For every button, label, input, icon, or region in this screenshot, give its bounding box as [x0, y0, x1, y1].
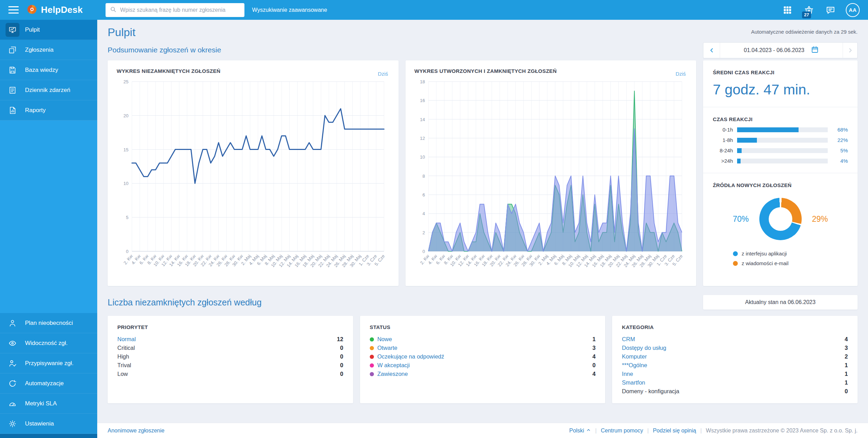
sources-legend: z interfejsu aplikacjiz wiadomości e-mai… — [733, 251, 848, 266]
page-title: Pulpit — [108, 26, 221, 39]
sidebar-item-dziennik-zdarzen[interactable]: Dziennik zdarzeń — [0, 80, 97, 100]
today-annotation: Dziś — [676, 71, 686, 77]
avg-reaction-title: ŚREDNI CZAS REAKCJI — [713, 69, 848, 75]
stat-value: 4 — [845, 336, 848, 343]
stat-row: ***Ogólne1 — [622, 361, 848, 370]
reaction-bar-track — [737, 159, 828, 163]
sidebar-item-przypisywanie-zgl[interactable]: Przypisywanie zgł. — [0, 353, 97, 373]
sidebar-item-pulpit[interactable]: Pulpit — [0, 20, 97, 40]
stat-label-link[interactable]: Oczekujące na odpowiedź — [370, 353, 444, 360]
page-subtitle: Podsumowanie zgłoszeń w okresie — [108, 46, 221, 54]
avg-reaction-section: ŚREDNI CZAS REAKCJI 7 godz. 47 min. — [703, 60, 858, 107]
sidebar-item-plan-nieobecnosci[interactable]: Plan nieobecności — [0, 313, 97, 333]
legend-item: z wiadomości e-mail — [733, 260, 848, 266]
reaction-bar-track — [737, 127, 828, 132]
sidebar-item-ustawienia[interactable]: Ustawienia — [0, 414, 97, 434]
chart-title: WYKRES UTWORZONYCH I ZAMKNIĘTYCH ZGŁOSZE… — [415, 68, 687, 74]
sources-email-percent: 29% — [812, 214, 828, 224]
status-dot — [370, 337, 374, 342]
plan-nieobecnosci-icon — [6, 316, 19, 330]
open-tickets-chart-svg: 2. Kw4. Kw6. Kw8. Kw10. Kw12. Kw14. Kw16… — [117, 77, 390, 281]
main-content: Pulpit Podsumowanie zgłoszeń w okresie A… — [97, 20, 868, 423]
reaction-bar-row: 1-8h22% — [713, 137, 848, 143]
sidebar-item-widocznosc-zgl[interactable]: Widoczność zgł. — [0, 333, 97, 353]
stat-label-link[interactable]: Komputer — [622, 353, 647, 360]
stat-label-link[interactable]: ***Ogólne — [622, 362, 647, 369]
zgloszenia-icon — [6, 43, 19, 57]
date-range-field[interactable]: 01.04.2023 - 06.06.2023 — [720, 43, 843, 58]
search-input[interactable] — [120, 7, 240, 13]
stat-row: Zawieszone4 — [370, 370, 596, 378]
stat-row: Otwarte3 — [370, 344, 596, 352]
stat-value: 1 — [592, 336, 595, 343]
chat-icon[interactable] — [824, 4, 837, 16]
sidebar-item-label: Automatyzacje — [25, 380, 64, 387]
stat-label-link[interactable]: W akceptacji — [370, 362, 410, 369]
stat-label-link[interactable]: Smartfon — [622, 379, 645, 386]
status-dot — [370, 355, 374, 359]
date-prev-button[interactable] — [703, 43, 720, 58]
sidebar-item-label: Przypisywanie zgł. — [25, 360, 74, 367]
sources-app-percent: 70% — [733, 214, 749, 224]
reaction-bar-percent: 5% — [832, 148, 848, 153]
reaction-bar-fill — [737, 127, 799, 132]
stat-row: Inne1 — [622, 370, 848, 378]
stat-label: Domeny - konfiguracja — [622, 388, 679, 395]
sidebar-item-baza-wiedzy[interactable]: Baza wiedzy — [0, 60, 97, 80]
svg-text:25: 25 — [124, 79, 128, 84]
stat-label-link[interactable]: Nowe — [370, 336, 392, 343]
user-avatar[interactable]: AA — [846, 3, 860, 17]
calendar-icon[interactable] — [811, 45, 819, 55]
global-search[interactable] — [106, 3, 244, 17]
reaction-bar-label: 0-1h — [713, 127, 733, 133]
sidebar-item-label: Plan nieobecności — [25, 320, 73, 327]
widocznosc-zgl-icon — [6, 336, 19, 350]
stat-label-link[interactable]: Inne — [622, 371, 633, 377]
sources-donut-chart — [759, 198, 802, 240]
help-center-link[interactable]: Centrum pomocy — [601, 428, 643, 434]
apps-grid-icon[interactable] — [781, 4, 794, 16]
reaction-bar-track — [737, 148, 828, 153]
sources-title: ŹRÓDŁA NOWYCH ZGŁOSZEŃ — [713, 182, 848, 188]
pulpit-icon — [6, 23, 19, 37]
created-closed-chart-card: WYKRES UTWORZONYCH I ZAMKNIĘTYCH ZGŁOSZE… — [406, 60, 696, 286]
open-tickets-by-title: Liczba niezamkniętych zgłoszeń według — [108, 297, 261, 308]
sidebar-item-raporty[interactable]: Raporty — [0, 100, 97, 120]
reaction-bar-row: >24h4% — [713, 158, 848, 164]
svg-text:12: 12 — [420, 136, 425, 141]
svg-text:16: 16 — [420, 98, 425, 103]
feedback-link[interactable]: Podziel się opinią — [653, 428, 696, 434]
anonymous-ticket-link[interactable]: Anonimowe zgłoszenie — [108, 428, 165, 434]
basket-icon[interactable]: 27 — [803, 4, 815, 16]
copyright-text: Wszystkie prawa zastrzeżone © 2023 Axenc… — [706, 428, 858, 434]
app-logo[interactable]: HelpDesk — [26, 4, 83, 16]
reaction-bar-percent: 68% — [832, 127, 848, 133]
stat-row: Komputer2 — [622, 352, 848, 361]
stat-row: Nowe1 — [370, 335, 596, 344]
language-selector[interactable]: Polski — [569, 428, 591, 434]
sidebar-bottom-group: Plan nieobecnościWidoczność zgł.Przypisy… — [0, 313, 97, 438]
advanced-search-link[interactable]: Wyszukiwanie zaawansowane — [252, 7, 327, 13]
stat-label-link[interactable]: Otwarte — [370, 345, 398, 351]
reaction-bar-percent: 22% — [832, 137, 848, 143]
stat-label-link[interactable]: Dostępy do usług — [622, 345, 666, 351]
sidebar-item-automatyzacje[interactable]: Automatyzacje — [0, 373, 97, 394]
status-card-title: STATUS — [370, 324, 596, 330]
sidebar-item-zgloszenia[interactable]: Zgłoszenia — [0, 40, 97, 60]
stat-row: Domeny - konfiguracja0 — [622, 387, 848, 396]
auto-refresh-note: Automatyczne odświeżenie danych za 29 se… — [751, 29, 858, 35]
stat-label-link[interactable]: CRM — [622, 336, 635, 343]
chevron-up-icon — [586, 428, 591, 434]
reaction-bar-row: 8-24h5% — [713, 148, 848, 153]
sidebar-item-metryki-sla[interactable]: Metryki SLA — [0, 394, 97, 414]
sidebar-item-label: Pulpit — [25, 26, 40, 33]
status-card: STATUS Nowe1Otwarte3Oczekujące na odpowi… — [360, 316, 606, 403]
legend-dot — [733, 251, 738, 256]
menu-icon[interactable] — [8, 6, 19, 14]
date-next-button[interactable] — [843, 43, 857, 58]
stat-value: 3 — [845, 345, 848, 351]
stat-label-link[interactable]: Normal — [117, 336, 136, 343]
stat-row: CRM4 — [622, 335, 848, 344]
stat-label-link[interactable]: Zawieszone — [370, 371, 408, 377]
stat-label: Low — [117, 371, 128, 377]
